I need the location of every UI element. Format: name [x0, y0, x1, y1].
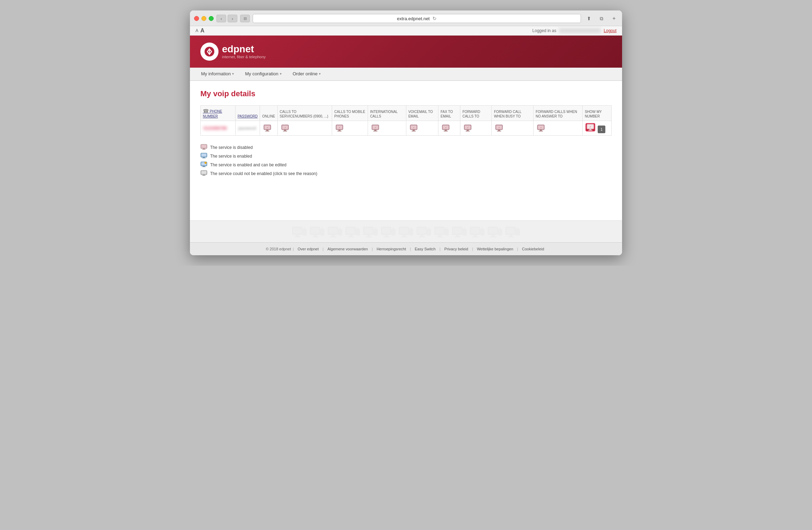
forward-busy-icon[interactable]: ✓ — [495, 124, 504, 132]
svg-rect-3 — [266, 130, 268, 131]
svg-rect-107 — [383, 236, 390, 237]
nav-order-online-arrow: ▾ — [319, 72, 321, 76]
font-decrease-button[interactable]: A — [196, 28, 198, 33]
nav-my-configuration-label: My configuration — [245, 71, 278, 76]
add-tab-button[interactable]: + — [610, 15, 618, 22]
svg-text:✓: ✓ — [284, 127, 286, 129]
svg-rect-23 — [413, 130, 415, 131]
svg-rect-79 — [312, 236, 319, 237]
svg-rect-128 — [437, 236, 443, 237]
cell-forward-noanswer[interactable]: ✓ — [533, 121, 582, 136]
nav-order-online[interactable]: Order online ▾ — [287, 68, 327, 81]
svg-rect-119 — [418, 228, 426, 234]
international-icon[interactable]: ✓ — [371, 124, 380, 132]
legend-item-enabled: The service is enabled — [200, 153, 612, 159]
svg-rect-62 — [202, 167, 206, 167]
forward-button[interactable]: › — [228, 15, 237, 22]
svg-rect-13 — [338, 130, 340, 131]
svg-rect-93 — [348, 236, 354, 237]
back-button[interactable]: ‹ — [216, 15, 226, 22]
col-password[interactable]: PASSWORD — [235, 106, 260, 121]
cell-online[interactable]: ✓ — [260, 121, 277, 136]
footer-link-privacy[interactable]: Privacy beleid — [444, 247, 468, 251]
logo[interactable]: edpnet internet, fiber & telephony — [200, 43, 266, 61]
nav-my-information[interactable]: My information ▾ — [196, 68, 239, 81]
pagination-badge: 1 — [598, 126, 605, 133]
deco-unit — [505, 226, 521, 241]
cell-forward[interactable]: ✓ — [460, 121, 491, 136]
svg-text:✓: ✓ — [540, 127, 542, 129]
footer-link-easyswitch[interactable]: Easy Switch — [415, 247, 436, 251]
minimize-button[interactable] — [201, 16, 206, 21]
close-button[interactable] — [194, 16, 199, 21]
nav-my-information-arrow: ▾ — [232, 72, 234, 76]
calls-mobile-icon[interactable]: ✓ — [335, 124, 344, 132]
col-international: INTERNATIONAL CALLS — [368, 106, 406, 121]
svg-rect-106 — [385, 235, 388, 236]
legend: The service is disabled The service is e… — [200, 144, 612, 177]
cell-calls-service[interactable]: ✓ — [277, 121, 332, 136]
svg-rect-33 — [467, 130, 469, 131]
deco-unit — [327, 226, 343, 241]
cell-calls-mobile[interactable]: ✓ — [332, 121, 368, 136]
col-calls-mobile: CALLS TO MOBILE PHONES — [332, 106, 368, 121]
svg-rect-77 — [311, 228, 319, 234]
reload-button[interactable]: ↻ — [432, 16, 437, 21]
sidebar-toggle-button[interactable]: ⊟ — [240, 15, 250, 22]
legend-disabled-icon — [200, 144, 207, 151]
svg-rect-49 — [588, 130, 592, 131]
voicemail-icon[interactable]: ✓ — [409, 124, 418, 132]
svg-rect-147 — [489, 228, 497, 234]
legend-enabled-icon — [200, 153, 207, 159]
footer-link-wettelijk[interactable]: Wettelijke bepalingen — [477, 247, 513, 251]
svg-rect-34 — [466, 131, 470, 131]
svg-rect-150 — [498, 229, 502, 235]
fax-icon[interactable]: ✓ — [441, 124, 450, 132]
cell-forward-busy[interactable]: ✓ — [492, 121, 534, 136]
col-phone-number[interactable]: ☎ PHONE NUMBER — [201, 106, 236, 121]
svg-rect-113 — [403, 235, 406, 236]
deco-unit — [363, 226, 378, 241]
share-button[interactable]: ⬆ — [584, 15, 594, 22]
svg-rect-84 — [329, 228, 337, 234]
footer-link-voorwaarden[interactable]: Algemene voorwaarden — [327, 247, 368, 251]
svg-text:✓: ✓ — [267, 127, 268, 129]
svg-rect-38 — [498, 130, 500, 131]
show-number-icon-highlighted[interactable]: ✓ — [585, 123, 595, 131]
svg-rect-156 — [508, 236, 514, 237]
legend-item-unavailable: The service could not be enabled (click … — [200, 170, 612, 177]
svg-rect-112 — [400, 228, 408, 234]
legend-item-disabled: The service is disabled — [200, 144, 612, 151]
site-footer: © 2018 edpnet | Over edpnet | Algemene v… — [190, 242, 622, 255]
cell-fax[interactable]: ✓ — [438, 121, 460, 136]
svg-text:✓: ✓ — [467, 127, 468, 129]
forward-icon[interactable]: ✓ — [463, 124, 472, 132]
logo-tagline: internet, fiber & telephony — [222, 55, 266, 59]
logout-button[interactable]: Logout — [604, 28, 616, 33]
svg-rect-94 — [356, 229, 360, 235]
calls-service-icon[interactable]: ✓ — [281, 124, 290, 132]
online-service-icon[interactable]: ✓ — [263, 124, 272, 132]
maximize-button[interactable] — [209, 16, 214, 21]
col-voicemail: VOICEMAIL TO EMAIL — [406, 106, 438, 121]
font-increase-button[interactable]: A — [200, 28, 205, 34]
footer-link-herroeping[interactable]: Herroepingsrecht — [377, 247, 406, 251]
cell-international[interactable]: ✓ — [368, 121, 406, 136]
footer-link-cookie[interactable]: Cookiebeleid — [522, 247, 544, 251]
url-bar[interactable]: extra.edpnet.net ↻ — [253, 14, 581, 23]
svg-rect-18 — [374, 130, 376, 131]
deco-unit — [381, 226, 396, 241]
cell-show-number[interactable]: ✓ 1 — [582, 121, 611, 136]
logo-name: edpnet — [222, 44, 266, 54]
svg-rect-98 — [364, 228, 373, 234]
svg-rect-140 — [471, 228, 479, 234]
svg-rect-58 — [202, 158, 206, 158]
footer-link-over[interactable]: Over edpnet — [298, 247, 319, 251]
cell-voicemail[interactable]: ✓ — [406, 121, 438, 136]
forward-noanswer-icon[interactable]: ✓ — [536, 124, 545, 132]
logo-text: edpnet internet, fiber & telephony — [222, 44, 266, 59]
svg-rect-19 — [373, 131, 377, 131]
tab-view-button[interactable]: ⧉ — [596, 15, 607, 22]
nav-bar: My information ▾ My configuration ▾ Orde… — [190, 68, 622, 81]
nav-my-configuration[interactable]: My configuration ▾ — [239, 68, 287, 81]
